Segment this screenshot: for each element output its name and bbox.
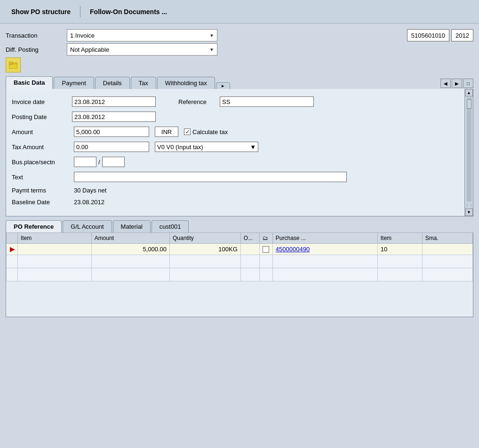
scroll-track (467, 97, 471, 201)
row-checkbox[interactable] (263, 246, 269, 253)
tab-cust001[interactable]: cust001 (152, 220, 189, 232)
th-purchase: Purchase ... (272, 233, 377, 244)
bus-place-inputs: / (74, 157, 125, 167)
folder-icon-button[interactable] (6, 57, 21, 72)
currency-input[interactable] (155, 127, 178, 137)
bus-place-input2[interactable] (102, 157, 125, 167)
tax-amount-label: Tax Amount (12, 144, 68, 151)
th-item: Item (18, 233, 92, 244)
tab-payment[interactable]: Payment (54, 77, 94, 89)
text-input[interactable] (74, 172, 347, 182)
paymt-terms-row: Paymt terms 30 Days net (12, 187, 467, 194)
scroll-down-button[interactable]: ▼ (465, 208, 473, 216)
follow-on-docs-button[interactable]: Follow-On Documents ... (86, 6, 171, 17)
reference-label: Reference (178, 98, 216, 105)
amount-input[interactable] (74, 127, 149, 137)
baseline-date-label: Baseline Date (12, 199, 68, 206)
baseline-date-value: 23.08.2012 (74, 199, 104, 206)
th-quantity: Quantity (170, 233, 241, 244)
cell-item2[interactable]: 10 (377, 244, 422, 255)
invoice-date-label: Invoice date (12, 98, 68, 105)
row-selector-cell[interactable]: ▶ (7, 244, 18, 255)
diff-posting-label: Diff. Posting (6, 46, 67, 53)
tab-gl-account[interactable]: G/L Account (63, 220, 112, 232)
tax-code-value: V0 V0 (Input tax) (157, 144, 203, 151)
toolbar-divider (80, 6, 80, 17)
icon-row (6, 57, 473, 72)
table-row: ▶ 5,000.00 100KG 4500000490 10 (7, 244, 473, 255)
main-area: Transaction 1 Invoice ▼ 5105601010 2012 … (0, 24, 479, 317)
tax-code-dropdown[interactable]: V0 V0 (Input tax) ▼ (155, 142, 258, 152)
cell-purchase[interactable]: 4500000490 (272, 244, 377, 255)
posting-date-input[interactable] (72, 112, 156, 122)
posting-date-field: Posting Date (12, 112, 156, 122)
scroll-up-button[interactable]: ▲ (465, 89, 473, 96)
doc-numbers: 5105601010 2012 (407, 29, 473, 41)
bottom-tabs: PO Reference G/L Account Material cust00… (6, 220, 473, 232)
posting-date-label: Posting Date (12, 113, 68, 120)
cell-checkbox[interactable] (259, 244, 272, 255)
show-po-structure-button[interactable]: Show PO structure (8, 6, 74, 17)
amount-row: Amount ✓ Calculate tax (12, 127, 467, 137)
transaction-dropdown[interactable]: 1 Invoice ▼ (67, 29, 217, 41)
th-amount: Amount (91, 233, 169, 244)
amount-label: Amount (12, 128, 68, 136)
invoice-date-field: Invoice date (12, 96, 156, 107)
calculate-tax-field: ✓ Calculate tax (184, 128, 228, 136)
scroll-grip (467, 99, 471, 109)
scroll-dots: ⋮⋮ (465, 202, 473, 208)
tab-scroll-right-button[interactable]: ▶ (452, 79, 462, 88)
cell-item[interactable] (18, 244, 92, 255)
calculate-tax-checkbox[interactable]: ✓ (184, 128, 191, 135)
tax-code-arrow: ▼ (250, 144, 256, 151)
transaction-dropdown-arrow: ▼ (209, 33, 214, 38)
cell-sma (422, 244, 472, 255)
invoice-date-input[interactable] (72, 96, 156, 107)
tab-more[interactable]: ▸ (216, 82, 230, 89)
tab-material[interactable]: Material (113, 220, 151, 232)
table-icon: 🗂 (263, 235, 268, 241)
tab-nav-buttons: ◀ ▶ □ (440, 79, 473, 89)
reference-input[interactable] (220, 96, 314, 107)
main-tabs: Basic Data Payment Details Tax Withholdi… (4, 76, 475, 89)
tab-expand-button[interactable]: □ (463, 79, 473, 88)
tax-amount-row: Tax Amount V0 V0 (Input tax) ▼ (12, 142, 467, 152)
tab-po-reference[interactable]: PO Reference (6, 220, 62, 232)
transaction-label: Transaction (6, 32, 67, 39)
posting-date-row: Posting Date (12, 112, 467, 122)
po-reference-table-panel: Item Amount Quantity O... 🗂 Purchase ...… (6, 232, 473, 317)
paymt-terms-value: 30 Days net (74, 187, 106, 194)
diff-posting-arrow: ▼ (209, 47, 214, 52)
transaction-row: Transaction 1 Invoice ▼ 5105601010 2012 (6, 29, 473, 41)
top-toolbar: Show PO structure Follow-On Documents ..… (0, 0, 479, 24)
bus-place-label: Bus.place/sectn (12, 159, 68, 166)
th-o: O... (240, 233, 259, 244)
text-row: Text (12, 172, 467, 182)
th-selector (7, 233, 18, 244)
tab-basic-data[interactable]: Basic Data (6, 76, 53, 89)
bus-place-row: Bus.place/sectn / (12, 157, 467, 167)
tab-details[interactable]: Details (95, 77, 130, 89)
bus-place-input1[interactable] (74, 157, 96, 167)
calculate-tax-label: Calculate tax (192, 128, 228, 136)
cell-quantity[interactable]: 100KG (170, 244, 241, 255)
th-sma: Sma. (422, 233, 472, 244)
tab-scroll-left-button[interactable]: ◀ (440, 79, 451, 88)
cell-o (240, 244, 259, 255)
reference-field: Reference (178, 96, 314, 107)
invoice-reference-row: Invoice date Reference (12, 96, 467, 107)
th-item2: Item (377, 233, 422, 244)
row-selector-indicator: ▶ (10, 246, 15, 253)
paymt-terms-label: Paymt terms (12, 187, 68, 194)
svg-rect-1 (9, 62, 13, 64)
bottom-section: PO Reference G/L Account Material cust00… (6, 220, 473, 317)
basic-data-form: Invoice date Reference Posting Date Amou… (6, 89, 473, 216)
empty-row-1 (7, 255, 473, 268)
tab-tax[interactable]: Tax (131, 77, 156, 89)
tax-amount-input[interactable] (74, 142, 149, 152)
tab-withholding-tax[interactable]: Withholding tax (157, 77, 215, 89)
th-icon: 🗂 (259, 233, 272, 244)
diff-posting-dropdown[interactable]: Not Applicable ▼ (67, 43, 217, 56)
form-scrollbar[interactable]: ▲ ⋮⋮ ▼ (464, 89, 473, 216)
cell-amount[interactable]: 5,000.00 (91, 244, 169, 255)
